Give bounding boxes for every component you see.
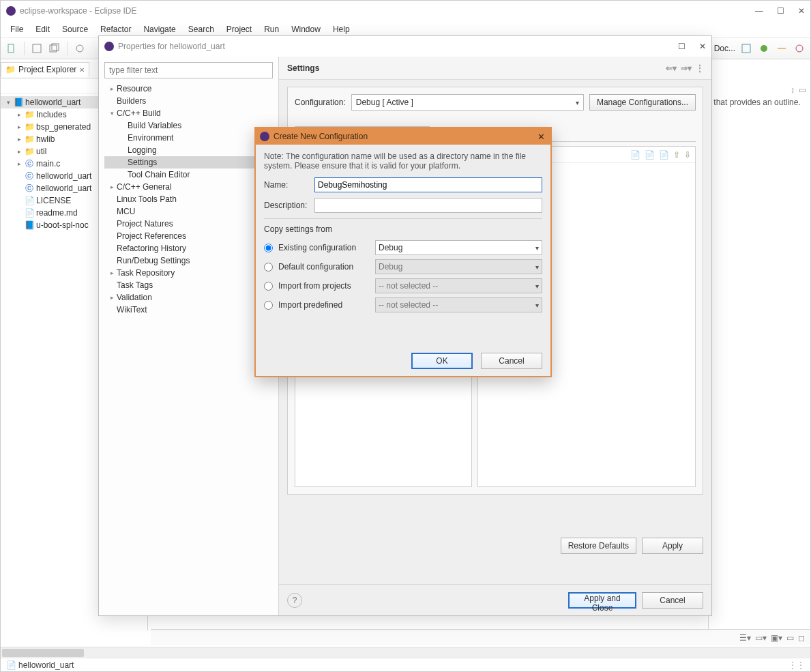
- down-icon[interactable]: ⇩: [684, 150, 691, 160]
- expand-icon[interactable]: [14, 171, 24, 181]
- restore-defaults-button[interactable]: Restore Defaults: [561, 538, 636, 554]
- option-label[interactable]: Import from projects: [278, 281, 370, 291]
- expand-icon[interactable]: ▸: [14, 134, 24, 144]
- cancel-button[interactable]: Cancel: [642, 592, 703, 609]
- category-item[interactable]: Logging: [104, 144, 273, 156]
- window-close-button[interactable]: ✕: [798, 6, 805, 16]
- category-item[interactable]: Project Natures: [104, 218, 273, 230]
- page-menu-icon[interactable]: ⋮: [696, 63, 703, 73]
- expand-icon[interactable]: ▸: [14, 147, 24, 156]
- new-button[interactable]: [5, 42, 18, 55]
- radio-0[interactable]: [264, 244, 273, 252]
- newconfig-close-button[interactable]: ✕: [535, 131, 546, 142]
- option-label[interactable]: Import predefined: [278, 300, 370, 310]
- description-input[interactable]: [314, 198, 542, 213]
- properties-titlebar[interactable]: Properties for helloworld_uart ☐ ✕: [99, 36, 711, 57]
- menu-window[interactable]: Window: [286, 23, 326, 35]
- outline-sort-icon[interactable]: ↕: [791, 85, 795, 95]
- manage-configurations-button[interactable]: Manage Configurations...: [589, 94, 696, 111]
- expand-icon[interactable]: [14, 196, 24, 205]
- name-input[interactable]: [314, 177, 542, 192]
- help-button[interactable]: ?: [287, 593, 302, 608]
- expand-icon[interactable]: ▸: [107, 184, 117, 190]
- expand-icon[interactable]: ▸: [107, 294, 117, 301]
- expand-icon[interactable]: ▸: [107, 269, 117, 276]
- category-item[interactable]: WikiText: [104, 304, 273, 316]
- remove-icon[interactable]: 📄: [645, 150, 655, 160]
- category-item[interactable]: Environment: [104, 132, 273, 144]
- window-maximize-button[interactable]: ☐: [777, 6, 784, 16]
- category-item[interactable]: Settings: [104, 156, 273, 169]
- menu-source[interactable]: Source: [57, 23, 93, 35]
- ok-button[interactable]: OK: [411, 353, 473, 369]
- menu-edit[interactable]: Edit: [30, 23, 55, 35]
- radio-2[interactable]: [264, 282, 273, 291]
- filter-input[interactable]: [104, 62, 273, 78]
- menu-refactor[interactable]: Refactor: [95, 23, 136, 35]
- expand-icon[interactable]: [14, 220, 24, 230]
- menu-navigate[interactable]: Navigate: [138, 23, 181, 35]
- category-item[interactable]: Linux Tools Path: [104, 193, 273, 205]
- tasks-tab-icon[interactable]: ▣▾: [771, 633, 782, 643]
- category-item[interactable]: ▾C/C++ Build: [104, 107, 273, 119]
- status-handle-icon[interactable]: ⋮⋮: [788, 660, 805, 670]
- option-label[interactable]: Existing configuration: [278, 243, 370, 252]
- problems-tab-icon[interactable]: ☰▾: [739, 633, 751, 643]
- expand-icon[interactable]: [14, 184, 24, 193]
- menu-project[interactable]: Project: [221, 23, 257, 35]
- perspective-docs[interactable]: Doc...: [714, 44, 735, 53]
- perspective-debug[interactable]: [757, 42, 771, 55]
- up-icon[interactable]: ⇧: [673, 150, 680, 160]
- category-item[interactable]: Tool Chain Editor: [104, 169, 273, 181]
- outline-minimize-icon[interactable]: ▭: [799, 85, 806, 95]
- expand-icon[interactable]: ▸: [107, 85, 117, 92]
- forward-icon[interactable]: ⇒▾: [681, 63, 692, 73]
- horizontal-scrollbar[interactable]: [1, 647, 810, 658]
- category-item[interactable]: ▸C/C++ General: [104, 181, 273, 193]
- category-item[interactable]: Project References: [104, 230, 273, 242]
- perspective-cpp[interactable]: [739, 42, 753, 55]
- project-explorer-tab[interactable]: 📁 Project Explorer ✕: [1, 62, 89, 77]
- expand-icon[interactable]: ▾: [3, 98, 13, 107]
- expand-icon[interactable]: ▸: [14, 110, 24, 119]
- build-button[interactable]: [73, 42, 87, 55]
- window-minimize-button[interactable]: —: [755, 6, 763, 16]
- console-tab-icon[interactable]: ▭▾: [755, 633, 767, 643]
- bottom-maximize-icon[interactable]: ◻: [798, 633, 805, 643]
- menu-run[interactable]: Run: [259, 23, 284, 35]
- category-item[interactable]: ▸Validation: [104, 291, 273, 304]
- perspective-java[interactable]: [793, 42, 806, 55]
- category-item[interactable]: Build Variables: [104, 119, 273, 132]
- add-icon[interactable]: 📄: [630, 150, 640, 160]
- menu-search[interactable]: Search: [183, 23, 220, 35]
- apply-button[interactable]: Apply: [642, 538, 703, 554]
- expand-icon[interactable]: [14, 208, 24, 218]
- category-item[interactable]: MCU: [104, 205, 273, 218]
- option-select[interactable]: Debug: [375, 240, 542, 255]
- close-icon[interactable]: ✕: [79, 66, 85, 74]
- category-item[interactable]: Task Tags: [104, 279, 273, 291]
- radio-3[interactable]: [264, 301, 273, 310]
- category-item[interactable]: Refactoring History: [104, 242, 273, 254]
- menu-file[interactable]: File: [5, 23, 29, 35]
- category-item[interactable]: ▸Task Repository: [104, 267, 273, 279]
- configuration-select[interactable]: Debug [ Active ]: [351, 94, 584, 111]
- category-item[interactable]: Builders: [104, 95, 273, 107]
- perspective-git[interactable]: [775, 42, 788, 55]
- back-icon[interactable]: ⇐▾: [666, 63, 677, 73]
- properties-maximize-button[interactable]: ☐: [678, 42, 685, 51]
- expand-icon[interactable]: ▾: [107, 110, 117, 117]
- edit-icon[interactable]: 📄: [659, 150, 669, 160]
- save-all-button[interactable]: [48, 42, 61, 55]
- bottom-minimize-icon[interactable]: ▭: [786, 633, 794, 643]
- expand-icon[interactable]: ▸: [14, 122, 24, 132]
- expand-icon[interactable]: ▸: [14, 159, 24, 169]
- apply-and-close-button[interactable]: Apply and Close: [568, 592, 636, 609]
- save-button[interactable]: [30, 42, 44, 55]
- category-item[interactable]: Run/Debug Settings: [104, 254, 273, 267]
- newconfig-titlebar[interactable]: Create New Configuration ✕: [256, 128, 550, 145]
- cancel-button[interactable]: Cancel: [481, 353, 542, 369]
- option-label[interactable]: Default configuration: [278, 262, 370, 272]
- category-tree[interactable]: ▸ResourceBuilders▾C/C++ BuildBuild Varia…: [104, 83, 273, 610]
- properties-close-button[interactable]: ✕: [699, 42, 706, 51]
